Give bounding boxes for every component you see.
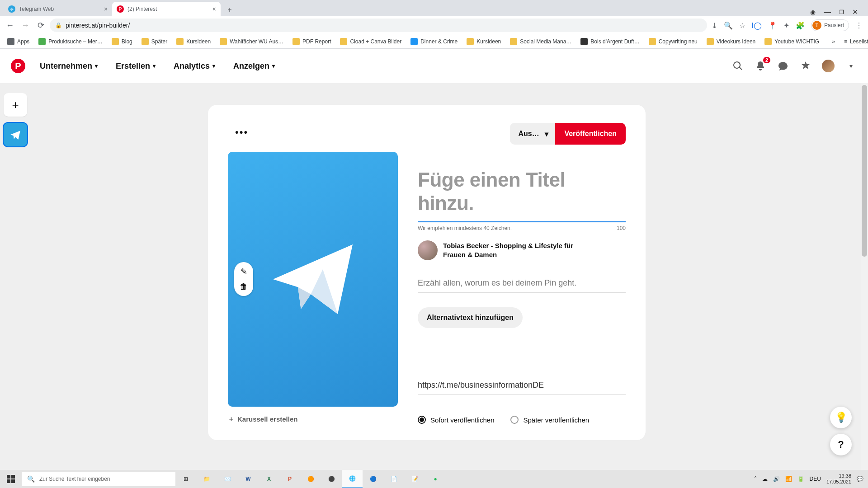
help-fab[interactable]: ?: [830, 434, 852, 455]
scrollbar[interactable]: [861, 83, 868, 470]
reading-list-button[interactable]: ≡Leseliste: [841, 37, 868, 47]
publish-button[interactable]: Veröffentlichen: [555, 123, 626, 145]
pin-image[interactable]: ✎ 🗑: [228, 152, 398, 407]
add-pin-button[interactable]: +: [4, 93, 27, 117]
new-tab-button[interactable]: +: [223, 4, 236, 16]
pin-extension-icon[interactable]: 📍: [768, 21, 777, 30]
image-tools: ✎ 🗑: [234, 262, 253, 296]
bookmark-item[interactable]: Produktsuche – Mer…: [36, 36, 105, 47]
link-input[interactable]: [418, 378, 626, 395]
reload-button[interactable]: ⟳: [34, 19, 47, 32]
file-explorer-icon[interactable]: 📁: [196, 470, 217, 488]
zoom-icon[interactable]: 🔍: [724, 21, 733, 30]
minimize-icon[interactable]: —: [824, 8, 831, 16]
mail-icon[interactable]: ✉️: [217, 470, 238, 488]
bookmark-item[interactable]: Social Media Mana…: [507, 36, 574, 47]
bookmark-item[interactable]: Youtube WICHTIG: [762, 36, 822, 47]
notifications-tray-icon[interactable]: 💬: [857, 476, 863, 482]
account-menu-chevron-icon[interactable]: ▾: [844, 60, 857, 72]
close-icon[interactable]: ×: [212, 5, 216, 13]
bookmark-item[interactable]: Kursideen: [464, 36, 504, 47]
profile-avatar[interactable]: [822, 60, 835, 72]
wifi-icon[interactable]: 📶: [785, 476, 792, 482]
language-indicator[interactable]: DEU: [810, 476, 821, 482]
content-area: + ••• Aus… ▾ Veröffentlichen: [0, 83, 868, 470]
apps-button[interactable]: Apps: [5, 36, 32, 47]
header-right: 2 ▾: [731, 60, 857, 72]
nav-anzeigen[interactable]: Anzeigen▾: [225, 56, 283, 76]
title-input[interactable]: [418, 168, 626, 218]
taskbar-search[interactable]: 🔍 Zur Suche Text hier eingeben: [22, 472, 175, 486]
profile-chip[interactable]: T Pausiert: [811, 19, 849, 31]
reader-icon[interactable]: I◯: [752, 21, 762, 30]
close-window-icon[interactable]: ✕: [852, 8, 858, 16]
nav-erstellen[interactable]: Erstellen▾: [108, 56, 164, 76]
battery-icon[interactable]: 🔋: [797, 476, 804, 482]
volume-icon[interactable]: 🔊: [773, 476, 780, 482]
bookmark-item[interactable]: Wahlfächer WU Aus…: [217, 36, 286, 47]
excel-icon[interactable]: X: [259, 470, 279, 488]
back-button[interactable]: ←: [4, 19, 16, 32]
alt-text-button[interactable]: Alternativtext hinzufügen: [418, 307, 523, 328]
bookmark-item[interactable]: Bois d'Argent Duft…: [578, 36, 642, 47]
notification-badge: 2: [763, 57, 770, 63]
search-placeholder: Zur Suche Text hier eingeben: [39, 476, 110, 482]
powerpoint-icon[interactable]: P: [279, 470, 300, 488]
edge-icon[interactable]: 🔵: [363, 470, 383, 488]
bookmark-item[interactable]: Videokurs Ideen: [704, 36, 759, 47]
address-bar[interactable]: 🔒 pinterest.at/pin-builder/: [50, 19, 707, 32]
pinterest-logo-icon[interactable]: P: [11, 59, 25, 73]
radio-publish-now[interactable]: Sofort veröffentlichen: [418, 416, 494, 424]
spotify-icon[interactable]: ●: [425, 470, 446, 488]
obs-icon[interactable]: ⚫: [321, 470, 342, 488]
word-icon[interactable]: W: [238, 470, 259, 488]
app-icon[interactable]: 🟠: [300, 470, 321, 488]
messages-icon[interactable]: [777, 60, 789, 72]
more-options-button[interactable]: •••: [232, 123, 251, 142]
clock[interactable]: 19:38 17.05.2021: [826, 473, 851, 484]
maximize-icon[interactable]: ❐: [839, 9, 844, 15]
edit-image-icon[interactable]: ✎: [241, 267, 247, 277]
bookmark-star-icon[interactable]: ☆: [739, 21, 745, 30]
tab-pinterest[interactable]: P (2) Pinterest ×: [112, 2, 221, 16]
nav-analytics[interactable]: Analytics▾: [165, 56, 223, 76]
start-button[interactable]: [0, 470, 22, 488]
chrome-icon[interactable]: 🌐: [342, 470, 363, 488]
radio-icon: [418, 416, 426, 424]
nav-unternehmen[interactable]: Unternehmen▾: [32, 56, 106, 76]
pin-thumbnail[interactable]: [4, 123, 27, 146]
extension-icon[interactable]: ✦: [783, 21, 789, 30]
extensions-menu-icon[interactable]: 🧩: [796, 21, 805, 30]
bookmark-item[interactable]: Später: [139, 36, 170, 47]
ideas-fab[interactable]: 💡: [830, 407, 852, 428]
updates-icon[interactable]: [799, 60, 812, 72]
folder-icon: [467, 38, 474, 45]
bookmark-item[interactable]: Cload + Canva Bilder: [337, 36, 404, 47]
delete-image-icon[interactable]: 🗑: [240, 282, 248, 291]
bookmark-item[interactable]: Copywriting neu: [646, 36, 700, 47]
onedrive-icon[interactable]: ☁: [762, 476, 768, 482]
description-input[interactable]: [418, 276, 626, 293]
radio-publish-later[interactable]: Später veröffentlichen: [510, 416, 589, 424]
kebab-menu-icon[interactable]: ⋮: [855, 21, 863, 30]
bookmark-overflow[interactable]: »: [829, 37, 838, 47]
bookmark-item[interactable]: Dinner & Crime: [408, 36, 460, 47]
close-icon[interactable]: ×: [104, 5, 108, 13]
tray-chevron-icon[interactable]: ˄: [754, 476, 757, 482]
search-icon[interactable]: [731, 60, 744, 72]
task-view-icon[interactable]: ⊞: [175, 470, 196, 488]
app-icon[interactable]: 📄: [383, 470, 404, 488]
scrollbar-thumb[interactable]: [862, 85, 867, 257]
install-app-icon[interactable]: ⤓: [712, 21, 717, 30]
forward-button[interactable]: →: [19, 19, 32, 32]
notepad-icon[interactable]: 📝: [404, 470, 425, 488]
board-select[interactable]: Aus… ▾: [510, 123, 555, 145]
chevron-down-icon: ▾: [212, 63, 215, 69]
bookmark-item[interactable]: Kursideen: [174, 36, 213, 47]
create-carousel-button[interactable]: ＋ Karussell erstellen: [228, 415, 398, 423]
tab-telegram[interactable]: ✈ Telegram Web ×: [4, 2, 112, 16]
bookmark-item[interactable]: Blog: [109, 36, 135, 47]
notifications-icon[interactable]: 2: [754, 60, 767, 72]
author-avatar[interactable]: [418, 240, 438, 260]
bookmark-item[interactable]: PDF Report: [290, 36, 334, 47]
